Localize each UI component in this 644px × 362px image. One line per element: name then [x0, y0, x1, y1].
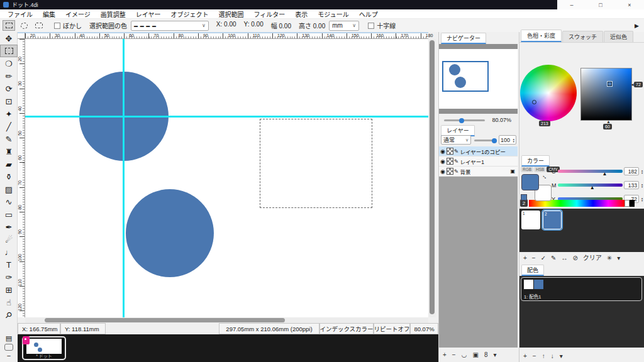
visibility-icon[interactable]: ◉	[440, 148, 445, 155]
delete-layer-icon[interactable]: −	[452, 352, 456, 358]
collapse-icon[interactable]: −	[7, 352, 11, 360]
navigator-zoom-slider[interactable]	[444, 119, 485, 121]
fill-tool[interactable]: ⚱	[0, 170, 18, 183]
ellipse-selection-shape-button[interactable]	[18, 20, 30, 31]
slider-marker-icon[interactable]: ▲	[602, 172, 608, 177]
pen-nib-tool[interactable]: ✑	[0, 271, 18, 283]
minimize-icon[interactable]: –	[557, 0, 586, 9]
disable-swatch-icon[interactable]: ⊘	[572, 255, 577, 261]
wave-tool[interactable]: ∿	[0, 195, 18, 208]
eraser-tool[interactable]: ▰	[0, 158, 18, 170]
add-scheme-icon[interactable]: +	[523, 353, 527, 359]
spin-down-icon[interactable]: ▾	[641, 172, 643, 174]
pin-tool[interactable]: ♩	[0, 246, 18, 258]
tab-scheme[interactable]: 配色	[521, 265, 544, 276]
rounded-selection-shape-button[interactable]	[33, 20, 45, 31]
move-up-icon[interactable]: ↑	[542, 353, 545, 359]
text-tool[interactable]: T	[0, 258, 18, 271]
grid-tool[interactable]: ⊞	[0, 283, 18, 296]
zoom-tool[interactable]: ⚲	[0, 309, 18, 321]
spectrum-black-cell[interactable]	[630, 200, 635, 207]
layer-menu-icon[interactable]: ▾	[493, 352, 496, 358]
color-slider-track[interactable]	[558, 170, 623, 173]
swatch-menu-icon[interactable]: ▾	[617, 255, 620, 261]
saturation-brightness-square[interactable]	[580, 68, 632, 121]
menu-item[interactable]: モジュール	[313, 9, 353, 19]
clear-button[interactable]: クリア	[583, 255, 602, 261]
horizontal-scrollbar[interactable]	[25, 317, 428, 323]
canvas[interactable]	[25, 39, 428, 317]
shape-rect-tool[interactable]: ▭	[0, 208, 18, 221]
link-layer-icon[interactable]: 8	[484, 352, 488, 358]
palette-swatch[interactable]: 2	[543, 211, 562, 229]
maximize-icon[interactable]: □	[586, 0, 615, 9]
brush2-tool[interactable]: ☄	[0, 233, 18, 246]
options-overflow-arrow-icon[interactable]: ▶	[635, 23, 639, 29]
tab-navigator[interactable]: ナビゲーター	[441, 33, 486, 44]
film-panel-icon[interactable]: ▤	[6, 334, 12, 343]
menu-item[interactable]: フィルター	[249, 9, 291, 19]
hue-wheel-marker[interactable]	[532, 100, 536, 104]
vertical-scrollbar[interactable]	[428, 39, 436, 317]
stamp-select-tool[interactable]: ✦	[0, 107, 18, 120]
zoom-readout[interactable]: 80.07%	[410, 323, 438, 334]
rect-select-tool[interactable]	[0, 45, 18, 57]
repeat-mode-button[interactable]: リピートオフ	[374, 323, 410, 334]
tab-スウォッチ[interactable]: スウォッチ	[562, 31, 603, 42]
crosshair-checkbox[interactable]	[368, 23, 374, 29]
add-swatch-icon[interactable]: +	[523, 255, 527, 261]
selection-marquee[interactable]	[260, 119, 372, 208]
tab-近似色[interactable]: 近似色	[604, 31, 633, 42]
hue-wheel[interactable]	[520, 65, 577, 121]
move-down-icon[interactable]: ↓	[551, 353, 554, 359]
navigator-view-rectangle[interactable]	[442, 61, 489, 92]
document-thumbnail[interactable]: * ドット	[22, 336, 66, 360]
menu-item[interactable]: ファイル	[3, 9, 38, 19]
horizontal-scrollbar-thumb[interactable]	[45, 318, 285, 322]
special-swatch-icon[interactable]: ✳	[607, 255, 612, 261]
layer-row[interactable]: ◉✎レイヤー1	[439, 156, 518, 167]
add-layer-icon[interactable]: +	[443, 352, 447, 358]
apply-swatch-icon[interactable]: ✓	[541, 255, 546, 261]
crop-tool[interactable]: ⊡	[0, 95, 18, 107]
swap-swatch-icon[interactable]: ↔	[561, 255, 567, 261]
hand-tool[interactable]: ☝	[0, 296, 18, 309]
scheme-item[interactable]: 1: 配色1	[521, 277, 642, 301]
layer-row[interactable]: ◉✎背景▣	[439, 167, 518, 177]
menu-item[interactable]: イメージ	[60, 9, 96, 19]
navigator-zoom-knob[interactable]	[459, 118, 464, 123]
spin-down-icon[interactable]: ▾	[641, 199, 643, 202]
slider-marker-icon[interactable]: ▲	[590, 185, 595, 190]
edit-swatch-icon[interactable]: ✎	[551, 255, 556, 261]
menu-item[interactable]: レイヤー	[131, 9, 166, 19]
slider-spinner[interactable]: ▴▾	[640, 195, 644, 203]
blend-mode-dropdown[interactable]: 通常 ∨	[441, 135, 471, 145]
remove-scheme-icon[interactable]: −	[533, 353, 536, 359]
menu-item[interactable]: 選択範囲	[214, 9, 249, 19]
visibility-icon[interactable]: ◉	[440, 168, 445, 175]
stamp-tool[interactable]: ♜	[0, 145, 18, 158]
slider-spinner[interactable]: ▴▾	[640, 181, 644, 189]
opacity-knob[interactable]	[492, 138, 497, 143]
lock-layer-icon[interactable]: ▣	[472, 352, 478, 358]
scheme-menu-icon[interactable]: ▾	[560, 353, 563, 359]
layer-row[interactable]: ◉✎レイヤー1のコピー	[439, 146, 518, 156]
remove-swatch-icon[interactable]: −	[532, 255, 536, 261]
gradient-tool[interactable]: ▨	[0, 183, 18, 195]
vertical-scrollbar-thumb[interactable]	[430, 40, 435, 314]
tab-color[interactable]: カラー	[521, 155, 550, 167]
spin-down-icon[interactable]: ▾	[641, 185, 643, 188]
menu-item[interactable]: オブジェクト	[166, 9, 214, 19]
navigator-preview[interactable]	[439, 44, 518, 114]
opacity-spinner[interactable]: 100 ▴▾	[499, 135, 516, 145]
primary-color-swatch[interactable]	[521, 174, 539, 190]
slider-spinner[interactable]: ▴▾	[640, 167, 644, 175]
move-tool[interactable]: ✥	[0, 32, 18, 45]
palette-swatch[interactable]: 1	[521, 211, 540, 229]
mini-color-swatch[interactable]	[521, 194, 527, 200]
color-mode-button[interactable]: インデックスカラー	[319, 323, 374, 334]
unit-dropdown[interactable]: mm ∨	[329, 21, 359, 31]
ink-pen-tool[interactable]: ✒	[0, 221, 18, 233]
tab-色相・彩度[interactable]: 色相・彩度	[521, 30, 562, 42]
lasso-tool[interactable]: ❍	[0, 57, 18, 70]
